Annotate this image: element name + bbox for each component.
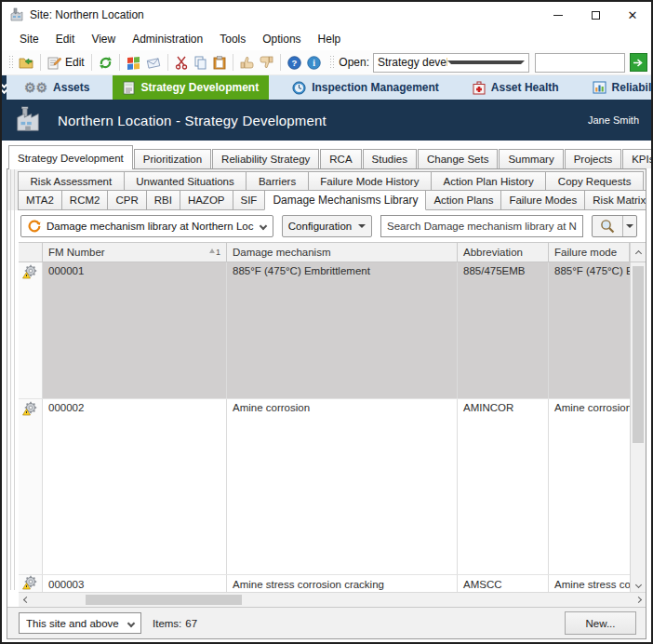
menu-tools[interactable]: Tools (211, 30, 254, 48)
tab-reliability-strategy[interactable]: Reliability Strategy (212, 149, 319, 168)
thumbs-down-button[interactable] (257, 54, 276, 71)
new-button[interactable]: New... (565, 611, 636, 635)
help-button[interactable]: ? (285, 54, 304, 72)
paste-button[interactable] (210, 54, 229, 72)
svg-text:?: ? (291, 58, 297, 68)
tab-unwanted-situations[interactable]: Unwanted Situations (124, 171, 247, 191)
module-tab-inspection-management[interactable]: Inspection Management (282, 75, 449, 100)
tab-risk-matrix[interactable]: Risk Matrix (584, 190, 646, 210)
splitter-handle[interactable] (10, 169, 15, 590)
library-combobox[interactable]: Damage mechanism library at Northern Loc (20, 215, 273, 237)
module-tab-asset-health[interactable]: Asset Health (462, 75, 569, 100)
column-header-failure-mode[interactable]: Failure mode (549, 243, 630, 262)
tab-copy-requests[interactable]: Copy Requests (545, 171, 644, 191)
search-button[interactable] (592, 215, 637, 237)
double-chevron-icon (1, 87, 7, 93)
quick-search-input[interactable] (535, 53, 625, 73)
module-tab-strategy-development[interactable]: Strategy Development (113, 75, 269, 100)
tab-damage-mechanisms-library[interactable]: Damage Mechanisms Library (264, 190, 426, 210)
horizontal-scroll-left-button[interactable] (19, 593, 33, 608)
tab-barriers[interactable]: Barriers (246, 171, 308, 191)
content-panel: Risk Assessment Unwanted Situations Barr… (7, 168, 646, 639)
go-button[interactable] (630, 53, 647, 72)
module-tab-assets[interactable]: ⚙⚙ Assets (14, 75, 100, 100)
menu-view[interactable]: View (83, 30, 124, 48)
toolbar-separator (233, 54, 233, 71)
column-header-fm-number[interactable]: FM Number 1 (43, 243, 227, 262)
module-tab-strip: ⚙⚙ Assets Strategy Development Inspectio… (2, 75, 651, 100)
close-icon: ✕ (628, 9, 638, 21)
tab-prioritization[interactable]: Prioritization (134, 149, 211, 168)
edit-button[interactable]: Edit (45, 54, 87, 72)
scissors-icon (175, 56, 188, 70)
table-row[interactable]: 000003 Amine stress corrosion cracking A… (19, 575, 630, 592)
tab-hazop[interactable]: HAZOP (180, 190, 233, 210)
cell-fm-number: 000002 (43, 399, 227, 574)
tab-rca[interactable]: RCA (320, 149, 361, 168)
tab-kpis[interactable]: KPIs (622, 149, 653, 168)
table-row[interactable]: 000002 Amine corrosion AMINCOR Amine cor… (19, 399, 630, 575)
tab-risk-assessment[interactable]: Risk Assessment (18, 171, 125, 191)
tab-sif[interactable]: SIF (233, 190, 266, 210)
chevron-right-icon (634, 597, 641, 603)
menu-administration[interactable]: Administration (124, 30, 211, 48)
vertical-scroll-down-button[interactable] (631, 577, 646, 592)
tab-studies[interactable]: Studies (363, 149, 417, 168)
menu-edit[interactable]: Edit (47, 30, 84, 48)
thumbs-up-button[interactable] (237, 54, 257, 71)
current-user: Jane Smith (588, 114, 639, 126)
tab-failure-modes[interactable]: Failure Modes (500, 190, 585, 210)
column-header-damage-mechanism[interactable]: Damage mechanism (227, 243, 458, 262)
toolbar-separator (40, 54, 41, 71)
windows-app-button[interactable] (124, 54, 143, 72)
horizontal-scroll-right-button[interactable] (631, 593, 646, 608)
send-button[interactable] (143, 55, 164, 71)
cell-fm-number: 000001 (43, 262, 227, 398)
menu-help[interactable]: Help (310, 30, 350, 48)
configuration-button[interactable]: Configuration (282, 215, 372, 237)
envelope-icon (146, 57, 161, 69)
tab-mta2[interactable]: MTA2 (18, 190, 62, 210)
scope-combobox[interactable]: This site and above (19, 612, 141, 634)
menu-options[interactable]: Options (254, 30, 309, 48)
column-label: Failure mode (554, 247, 617, 258)
chevron-up-icon (634, 250, 641, 257)
module-tab-reliability-program[interactable]: Reliability Program (582, 75, 653, 100)
tab-failure-mode-history[interactable]: Failure Mode History (308, 171, 432, 191)
copy-button[interactable] (191, 54, 210, 72)
horizontal-scrollbar[interactable] (19, 592, 646, 607)
open-combobox-value: Strategy development analysi (378, 56, 447, 69)
thumbs-up-icon (240, 56, 254, 69)
vertical-scrollbar[interactable] (630, 262, 646, 592)
tab-strategy-development[interactable]: Strategy Development (8, 145, 133, 169)
open-folder-button[interactable] (16, 54, 36, 71)
refresh-icon (99, 56, 113, 70)
tab-projects[interactable]: Projects (565, 149, 622, 168)
cut-button[interactable] (172, 54, 191, 72)
maximize-button[interactable] (577, 2, 614, 28)
library-search-input[interactable] (380, 215, 583, 237)
table-row[interactable]: 000001 885°F (475°C) Embrittlement 885/4… (19, 262, 630, 399)
collapse-strip-button[interactable] (2, 75, 7, 100)
minimize-button[interactable] (540, 2, 577, 28)
cell-fm-number: 000003 (43, 575, 227, 592)
vertical-scrollbar-thumb[interactable] (633, 266, 644, 443)
menu-site[interactable]: Site (11, 30, 47, 48)
column-header-abbreviation[interactable]: Abbreviation (458, 243, 549, 262)
refresh-button[interactable] (96, 54, 115, 72)
column-label: Damage mechanism (233, 247, 330, 258)
tab-change-sets[interactable]: Change Sets (418, 149, 499, 168)
info-button[interactable]: i (304, 54, 324, 72)
tab-action-plans[interactable]: Action Plans (425, 190, 501, 210)
tab-cpr[interactable]: CPR (107, 190, 146, 210)
tab-summary[interactable]: Summary (499, 149, 563, 168)
open-combobox[interactable]: Strategy development analysi (373, 53, 529, 73)
chevron-left-icon (22, 597, 29, 603)
horizontal-scrollbar-thumb[interactable] (86, 595, 242, 605)
search-options-dropdown[interactable] (622, 216, 636, 236)
vertical-scroll-up-button[interactable] (630, 243, 646, 262)
tab-rcm2[interactable]: RCM2 (61, 190, 109, 210)
tab-action-plan-history[interactable]: Action Plan History (431, 171, 546, 191)
close-button[interactable]: ✕ (614, 2, 651, 28)
tab-rbi[interactable]: RBI (146, 190, 180, 210)
